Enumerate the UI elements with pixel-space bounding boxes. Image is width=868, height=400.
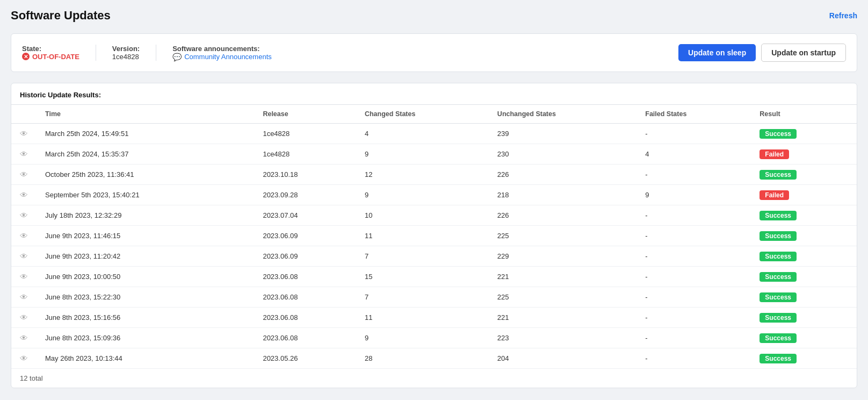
announcements-label: Software announcements: [172,45,272,53]
row-release: 2023.05.26 [254,348,356,369]
total-count: 12 total [20,374,43,382]
table-footer: 12 total [11,368,857,388]
row-eye-icon[interactable]: 👁 [11,246,37,267]
row-result: Success [751,308,857,328]
row-changed: 7 [356,287,489,308]
row-time: June 9th 2023, 11:46:15 [37,226,254,246]
col-result: Result [751,105,857,124]
row-result: Success [751,348,857,369]
table-row: 👁 June 9th 2023, 10:00:50 2023.06.08 15 … [11,267,857,287]
table-section: Historic Update Results: Time Release Ch… [11,83,857,388]
row-unchanged: 218 [489,185,636,205]
eye-icon[interactable]: 👁 [20,129,28,138]
row-eye-icon[interactable]: 👁 [11,124,37,144]
row-unchanged: 204 [489,348,636,369]
eye-icon[interactable]: 👁 [20,211,28,220]
chat-icon: 💬 [172,53,182,61]
table-row: 👁 June 8th 2023, 15:22:30 2023.06.08 7 2… [11,287,857,308]
table-body: 👁 March 25th 2024, 15:49:51 1ce4828 4 23… [11,124,857,369]
state-value: ✕ OUT-OF-DATE [22,53,79,61]
row-eye-icon[interactable]: 👁 [11,287,37,308]
row-release: 1ce4828 [254,124,356,144]
row-failed: - [636,267,751,287]
section-title: Historic Update Results: [11,83,857,104]
eye-icon[interactable]: 👁 [20,149,28,159]
info-left-section: State: ✕ OUT-OF-DATE Version: 1ce4828 So… [22,45,293,61]
row-unchanged: 225 [489,287,636,308]
col-icon [11,105,37,124]
result-badge: Failed [760,149,789,159]
refresh-button[interactable]: Refresh [829,11,857,20]
row-changed: 12 [356,165,489,185]
row-eye-icon[interactable]: 👁 [11,144,37,165]
row-result: Success [751,287,857,308]
row-changed: 9 [356,328,489,348]
table-header-row: Time Release Changed States Unchanged St… [11,105,857,124]
result-badge: Success [760,272,797,282]
row-eye-icon[interactable]: 👁 [11,328,37,348]
row-changed: 10 [356,205,489,226]
row-changed: 9 [356,185,489,205]
announcements-link[interactable]: 💬 Community Announcements [172,53,272,61]
table-row: 👁 July 18th 2023, 12:32:29 2023.07.04 10… [11,205,857,226]
header-row: Software Updates Refresh [11,9,857,23]
updates-table: Time Release Changed States Unchanged St… [11,104,857,368]
result-badge: Success [760,231,797,241]
row-time: June 8th 2023, 15:09:36 [37,328,254,348]
row-eye-icon[interactable]: 👁 [11,205,37,226]
row-eye-icon[interactable]: 👁 [11,165,37,185]
eye-icon[interactable]: 👁 [20,292,28,302]
eye-icon[interactable]: 👁 [20,313,28,322]
result-badge: Success [760,333,797,343]
row-result: Success [751,124,857,144]
row-eye-icon[interactable]: 👁 [11,185,37,205]
row-time: June 9th 2023, 10:00:50 [37,267,254,287]
row-failed: - [636,246,751,267]
row-eye-icon[interactable]: 👁 [11,226,37,246]
row-release: 2023.06.08 [254,287,356,308]
row-eye-icon[interactable]: 👁 [11,267,37,287]
col-changed: Changed States [356,105,489,124]
table-row: 👁 October 25th 2023, 11:36:41 2023.10.18… [11,165,857,185]
row-changed: 7 [356,246,489,267]
table-row: 👁 June 9th 2023, 11:20:42 2023.06.09 7 2… [11,246,857,267]
eye-icon[interactable]: 👁 [20,190,28,199]
table-row: 👁 June 8th 2023, 15:09:36 2023.06.08 9 2… [11,328,857,348]
eye-icon[interactable]: 👁 [20,333,28,342]
announcements-block: Software announcements: 💬 Community Anno… [172,45,288,61]
eye-icon[interactable]: 👁 [20,231,28,240]
row-failed: - [636,287,751,308]
row-changed: 28 [356,348,489,369]
row-result: Success [751,267,857,287]
row-failed: - [636,165,751,185]
eye-icon[interactable]: 👁 [20,354,28,363]
row-release: 2023.09.28 [254,185,356,205]
version-value: 1ce4828 [112,53,140,61]
version-label: Version: [112,45,140,53]
row-eye-icon[interactable]: 👁 [11,308,37,328]
result-badge: Success [760,170,797,180]
row-eye-icon[interactable]: 👁 [11,348,37,369]
row-failed: - [636,205,751,226]
eye-icon[interactable]: 👁 [20,272,28,281]
eye-icon[interactable]: 👁 [20,170,28,179]
action-buttons: Update on sleep Update on startup [678,44,846,62]
update-on-sleep-button[interactable]: Update on sleep [678,44,756,61]
result-badge: Success [760,211,797,220]
row-changed: 11 [356,308,489,328]
col-time: Time [37,105,254,124]
col-unchanged: Unchanged States [489,105,636,124]
row-changed: 15 [356,267,489,287]
row-failed: - [636,124,751,144]
state-label: State: [22,45,79,53]
row-release: 2023.06.08 [254,328,356,348]
row-unchanged: 226 [489,205,636,226]
update-on-startup-button[interactable]: Update on startup [761,44,846,62]
row-result: Failed [751,144,857,165]
row-release: 2023.06.09 [254,226,356,246]
row-unchanged: 229 [489,246,636,267]
result-badge: Success [760,252,797,261]
row-failed: - [636,328,751,348]
eye-icon[interactable]: 👁 [20,252,28,261]
row-time: March 25th 2024, 15:35:37 [37,144,254,165]
